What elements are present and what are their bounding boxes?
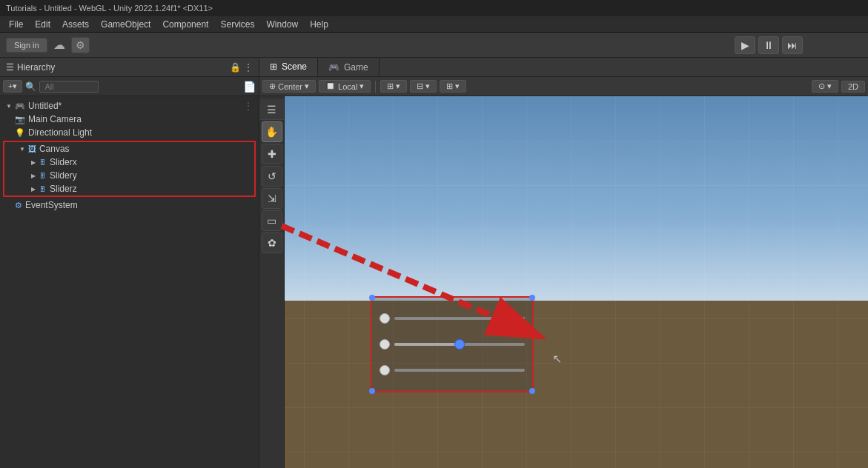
hierarchy-header: ☰ Hierarchy 🔒 ⋮ [0,58,259,77]
hierarchy-menu-icon: ☰ [6,62,14,73]
handle-bl[interactable] [369,388,375,394]
tree-item-main-camera[interactable]: 📷 Main Camera [0,113,259,126]
menu-gameobject[interactable]: GameObject [95,18,156,31]
tab-game[interactable]: 🎮 Game [318,58,380,76]
view-options-button[interactable]: ⊙ ▾ [812,80,838,93]
pause-button[interactable]: ⏸ [758,36,779,54]
menu-edit[interactable]: Edit [29,18,56,31]
handle-tr[interactable] [529,295,535,301]
handle-tl[interactable] [369,295,375,301]
render-button[interactable]: ⊞ ▾ [440,80,466,93]
create-icon: 📄 [243,81,256,93]
scale-tool[interactable]: ⇲ [262,188,282,209]
tree-item-eventsystem[interactable]: ⚙ EventSystem [0,198,259,212]
tab-scene[interactable]: ⊞ Scene [259,58,318,76]
slidery-arrow-icon: ▶ [31,173,36,179]
context-menu-icon[interactable]: ⋮ [244,101,253,111]
more-icon[interactable]: ⋮ [244,62,253,73]
gizmos-arrow-icon: ▾ [396,81,400,91]
toolbar: Sign in ☁ ⚙ ▶ ⏸ ⏭ [0,33,868,58]
eventsystem-label: EventSystem [25,200,78,210]
snap-button[interactable]: ⊟ ▾ [410,80,437,93]
sliderx-thumb[interactable] [380,313,390,324]
center-icon: ⊕ [269,81,276,91]
tree-item-sliderz[interactable]: ▶ 🎚 Sliderz [4,182,254,195]
grid-overlay [259,96,868,468]
local-icon: 🔲 [325,81,336,91]
sliderx-arrow-icon: ▶ [31,159,36,166]
menu-window[interactable]: Window [260,18,304,31]
add-hierarchy-button[interactable]: +▾ [3,80,22,93]
tree-item-untitled[interactable]: ▼ 🎮 Untitled* ⋮ [0,99,259,113]
toggle-tool[interactable]: ☰ [259,99,284,120]
center-label: Center [278,82,302,91]
menu-file[interactable]: File [3,18,29,31]
tree-item-sliderx[interactable]: ▶ 🎚 Sliderx [4,156,254,169]
view-2d-button[interactable]: 2D [841,81,865,93]
handle-br[interactable] [529,388,535,394]
render-icon: ⊞ [446,81,453,91]
menu-help[interactable]: Help [304,18,334,31]
view-2d-label: 2D [848,82,858,91]
hierarchy-toolbar: +▾ 🔍 📄 [0,77,259,96]
center-button[interactable]: ⊕ Center ▾ [262,80,316,93]
sliderz-thumb[interactable] [380,365,390,375]
step-button[interactable]: ⏭ [782,36,803,54]
snap-arrow-icon: ▾ [425,81,430,91]
hierarchy-panel: ☰ Hierarchy 🔒 ⋮ +▾ 🔍 📄 ▼ 🎮 Untitled* ⋮ [0,58,259,468]
sliderx-ui [380,310,525,327]
slidery-mid-thumb[interactable] [454,339,465,350]
slidery-fill [394,343,460,346]
title-text: Tutorials - Untitled - WebGL - Unity 202… [6,4,213,13]
menu-assets[interactable]: Assets [56,18,95,31]
rect-tool[interactable]: ▭ [262,210,282,231]
move-tool[interactable]: ✚ [262,144,282,164]
sliderx-icon: 🎚 [39,158,47,167]
transform-tool[interactable]: ✿ [262,233,282,253]
tree-item-directional-light[interactable]: 💡 Directional Light [0,126,259,139]
local-label: Local [338,82,357,91]
hand-tool[interactable]: ✋ [262,121,282,142]
directional-light-label: Directional Light [28,127,92,138]
light-icon: 💡 [15,128,25,138]
menu-component[interactable]: Component [156,18,214,31]
slidery-ui [380,336,525,352]
collab-icon: ⚙ [71,37,90,53]
sliderz-ui [380,362,525,378]
arrow-down-icon: ▼ [6,103,12,110]
play-controls: ▶ ⏸ ⏭ [735,36,803,54]
eventsystem-icon: ⚙ [15,201,22,210]
tree-item-canvas[interactable]: ▼ 🖼 Canvas [4,142,254,156]
scene-view[interactable]: ☰ ✋ ✚ ↺ ⇲ ▭ ✿ [259,96,868,468]
sign-in-button[interactable]: Sign in [6,38,47,53]
game-tab-label: Game [344,62,368,73]
right-panel: ⊞ Scene 🎮 Game ⊕ Center ▾ 🔲 Local ▾ ⊞ [259,58,868,468]
sliderz-track[interactable] [394,369,525,372]
view-arrow-icon: ▾ [827,81,832,91]
slidery-thumb[interactable] [380,339,390,350]
rotate-tool[interactable]: ↺ [262,166,282,187]
scene-tab-label: Scene [282,61,307,72]
search-input[interactable] [39,81,99,93]
sliderz-icon: 🎚 [39,184,47,193]
local-button[interactable]: 🔲 Local ▾ [319,80,371,93]
gizmos-button[interactable]: ⊞ ▾ [380,80,407,93]
sliderz-label: Sliderz [50,184,77,194]
canvas-arrow-icon: ▼ [19,146,25,153]
sliderx-track[interactable] [394,317,525,320]
tree-item-slidery[interactable]: ▶ 🎚 Slidery [4,169,254,182]
view-icon: ⊙ [818,81,825,91]
hierarchy-title: ☰ Hierarchy [6,62,55,73]
tool-panel: ☰ ✋ ✚ ↺ ⇲ ▭ ✿ [259,96,285,468]
cloud-icon: ☁ [53,38,65,52]
main-camera-label: Main Camera [28,114,82,124]
untitled-icon: 🎮 [15,101,25,111]
lock-icon[interactable]: 🔒 [230,62,241,73]
menu-services[interactable]: Services [214,18,260,31]
play-button[interactable]: ▶ [735,36,755,54]
render-arrow-icon: ▾ [455,81,460,91]
slidery-track[interactable] [394,343,525,346]
canvas-icon: 🖼 [28,144,36,153]
separator-1 [375,81,376,93]
hierarchy-content: ▼ 🎮 Untitled* ⋮ 📷 Main Camera 💡 Directio… [0,96,259,468]
